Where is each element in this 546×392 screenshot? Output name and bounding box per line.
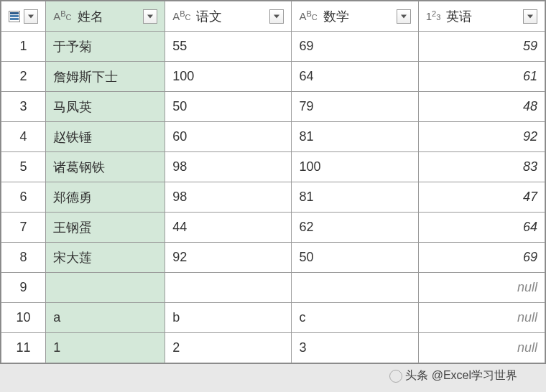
- table-corner-cell[interactable]: [1, 1, 46, 32]
- row-number[interactable]: 10: [1, 303, 46, 333]
- cell-chinese[interactable]: 92: [165, 243, 292, 273]
- row-number[interactable]: 11: [1, 333, 46, 363]
- cell-chinese[interactable]: 55: [165, 32, 292, 62]
- column-header-math[interactable]: ABC 数学: [292, 1, 418, 32]
- cell-name[interactable]: 1: [46, 333, 165, 363]
- cell-english[interactable]: null: [418, 273, 545, 303]
- filter-button[interactable]: [269, 9, 284, 24]
- row-number[interactable]: 1: [1, 32, 46, 62]
- cell-math[interactable]: 50: [292, 243, 418, 273]
- row-number[interactable]: 6: [1, 182, 46, 213]
- row-number[interactable]: 9: [1, 273, 46, 303]
- watermark-icon: [389, 370, 402, 383]
- text-type-icon: ABC: [172, 10, 190, 22]
- filter-button[interactable]: [523, 9, 537, 24]
- cell-english[interactable]: 64: [418, 213, 545, 243]
- cell-chinese[interactable]: [165, 273, 292, 303]
- row-number[interactable]: 8: [1, 243, 46, 273]
- cell-name[interactable]: 郑德勇: [46, 182, 165, 213]
- table-icon: [9, 11, 20, 22]
- svg-marker-1: [147, 14, 153, 18]
- table-row[interactable]: 10abcnull: [1, 303, 545, 333]
- text-type-icon: ABC: [53, 10, 71, 22]
- table-menu-button[interactable]: [24, 9, 38, 24]
- text-type-icon: ABC: [299, 10, 317, 22]
- cell-english[interactable]: 69: [418, 243, 545, 273]
- cell-name[interactable]: 赵铁锤: [46, 122, 165, 152]
- cell-english[interactable]: 47: [418, 182, 545, 213]
- table-row[interactable]: 4赵铁锤608192: [1, 122, 545, 152]
- cell-chinese[interactable]: 50: [165, 92, 292, 122]
- cell-math[interactable]: [292, 273, 418, 303]
- cell-chinese[interactable]: 60: [165, 122, 292, 152]
- cell-name[interactable]: 王钢蛋: [46, 213, 165, 243]
- column-header-chinese[interactable]: ABC 语文: [165, 1, 292, 32]
- cell-english[interactable]: null: [418, 333, 545, 363]
- table-row[interactable]: 11123null: [1, 333, 545, 363]
- cell-math[interactable]: 62: [292, 213, 418, 243]
- cell-math[interactable]: 3: [292, 333, 418, 363]
- cell-name[interactable]: 詹姆斯下士: [46, 62, 165, 92]
- data-table: ABC 姓名 ABC 语文: [0, 0, 546, 364]
- cell-name[interactable]: 于予菊: [46, 32, 165, 62]
- cell-english[interactable]: 92: [418, 122, 545, 152]
- cell-name[interactable]: 马凤英: [46, 92, 165, 122]
- row-number[interactable]: 2: [1, 62, 46, 92]
- table-row[interactable]: 5诸葛钢铁9810083: [1, 152, 545, 182]
- table-row[interactable]: 7王钢蛋446264: [1, 213, 545, 243]
- header-row: ABC 姓名 ABC 语文: [1, 1, 545, 32]
- cell-math[interactable]: 81: [292, 122, 418, 152]
- table-row[interactable]: 3马凤英507948: [1, 92, 545, 122]
- table-row[interactable]: 9null: [1, 273, 545, 303]
- cell-chinese[interactable]: 98: [165, 152, 292, 182]
- cell-math[interactable]: c: [292, 303, 418, 333]
- row-number[interactable]: 7: [1, 213, 46, 243]
- cell-name[interactable]: 诸葛钢铁: [46, 152, 165, 182]
- watermark-text: 头条 @Excel学习世界: [405, 368, 517, 383]
- cell-chinese[interactable]: 100: [165, 62, 292, 92]
- cell-chinese[interactable]: b: [165, 303, 292, 333]
- row-number[interactable]: 4: [1, 122, 46, 152]
- cell-chinese[interactable]: 44: [165, 213, 292, 243]
- cell-name[interactable]: 宋大莲: [46, 243, 165, 273]
- cell-math[interactable]: 100: [292, 152, 418, 182]
- cell-math[interactable]: 64: [292, 62, 418, 92]
- svg-marker-2: [274, 14, 279, 18]
- table-body: 1于予菊5569592詹姆斯下士10064613马凤英5079484赵铁锤608…: [1, 32, 545, 363]
- table-row[interactable]: 2詹姆斯下士1006461: [1, 62, 545, 92]
- cell-chinese[interactable]: 2: [165, 333, 292, 363]
- number-type-icon: 123: [426, 10, 441, 22]
- cell-math[interactable]: 79: [292, 92, 418, 122]
- filter-button[interactable]: [143, 9, 157, 24]
- cell-english[interactable]: 59: [418, 32, 545, 62]
- row-number[interactable]: 3: [1, 92, 46, 122]
- table-row[interactable]: 8宋大莲925069: [1, 243, 545, 273]
- table-row[interactable]: 6郑德勇988147: [1, 182, 545, 213]
- column-header-english[interactable]: 123 英语: [418, 1, 545, 32]
- filter-button[interactable]: [397, 9, 411, 24]
- svg-marker-0: [28, 14, 34, 18]
- cell-chinese[interactable]: 98: [165, 182, 292, 213]
- table-row[interactable]: 1于予菊556959: [1, 32, 545, 62]
- cell-math[interactable]: 81: [292, 182, 418, 213]
- cell-english[interactable]: 48: [418, 92, 545, 122]
- cell-math[interactable]: 69: [292, 32, 418, 62]
- cell-name[interactable]: [46, 273, 165, 303]
- watermark: 头条 @Excel学习世界: [389, 368, 517, 383]
- cell-english[interactable]: null: [418, 303, 545, 333]
- cell-name[interactable]: a: [46, 303, 165, 333]
- cell-english[interactable]: 61: [418, 62, 545, 92]
- svg-marker-4: [527, 14, 533, 18]
- cell-english[interactable]: 83: [418, 152, 545, 182]
- svg-marker-3: [401, 14, 407, 18]
- row-number[interactable]: 5: [1, 152, 46, 182]
- column-header-name[interactable]: ABC 姓名: [46, 1, 165, 32]
